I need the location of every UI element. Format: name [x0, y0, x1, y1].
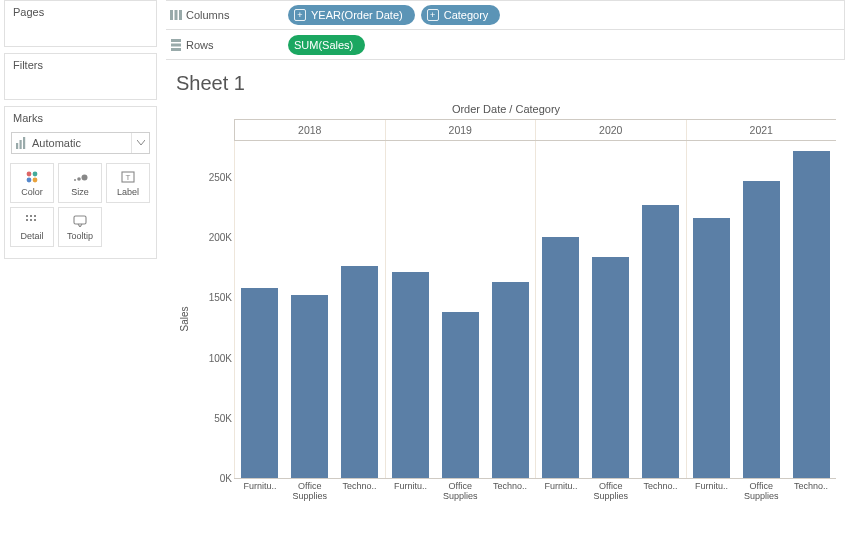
y-tick-label: 250K — [209, 172, 232, 183]
bar-slot — [335, 141, 385, 478]
category-label[interactable]: OfficeSupplies — [586, 479, 636, 507]
color-icon — [25, 169, 39, 185]
chart-frame: Sales 2018201920202021 0K50K100K150K200K… — [176, 119, 836, 529]
y-tick-label: 150K — [209, 292, 232, 303]
bar-slot — [435, 141, 485, 478]
left-panel: Pages Filters Marks Automatic Color — [0, 0, 161, 558]
svg-text:T: T — [126, 173, 131, 182]
y-tick-label: 200K — [209, 232, 232, 243]
y-tick-label: 50K — [214, 412, 232, 423]
plot-region: 2018201920202021 0K50K100K150K200K250K F… — [234, 119, 836, 529]
pill-label: SUM(Sales) — [294, 39, 353, 51]
bar-slot — [485, 141, 535, 478]
marks-tooltip-button[interactable]: Tooltip — [58, 207, 102, 247]
marks-detail-label: Detail — [20, 231, 43, 241]
sheet-title[interactable]: Sheet 1 — [176, 72, 836, 95]
bar[interactable] — [341, 266, 378, 478]
category-label[interactable]: Furnitu.. — [536, 479, 586, 507]
pill-label: Category — [444, 9, 489, 21]
columns-shelf[interactable]: Columns + YEAR(Order Date) + Category — [166, 0, 845, 30]
axis-title-top: Order Date / Category — [176, 103, 836, 115]
marks-tooltip-label: Tooltip — [67, 231, 93, 241]
category-label[interactable]: Techno.. — [786, 479, 836, 507]
pill-category[interactable]: + Category — [421, 5, 501, 25]
svg-rect-15 — [26, 219, 28, 221]
category-labels-row: Furnitu..OfficeSuppliesTechno..Furnitu..… — [234, 479, 836, 507]
bar-slot — [736, 141, 786, 478]
marks-label-label: Label — [117, 187, 139, 197]
year-label-group: Furnitu..OfficeSuppliesTechno.. — [535, 479, 686, 507]
category-label[interactable]: OfficeSupplies — [285, 479, 335, 507]
svg-rect-21 — [179, 10, 182, 20]
pill-label: YEAR(Order Date) — [311, 9, 403, 21]
category-label[interactable]: Furnitu.. — [235, 479, 285, 507]
y-tick-label: 0K — [220, 473, 232, 484]
bar[interactable] — [542, 237, 579, 478]
year-header[interactable]: 2019 — [385, 120, 536, 140]
size-icon — [72, 169, 88, 185]
svg-rect-2 — [23, 137, 25, 149]
y-tick-label: 100K — [209, 352, 232, 363]
svg-rect-23 — [171, 43, 181, 46]
svg-rect-22 — [171, 39, 181, 42]
year-header[interactable]: 2018 — [234, 120, 385, 140]
bar[interactable] — [693, 218, 730, 478]
year-header[interactable]: 2020 — [535, 120, 686, 140]
plot-body[interactable]: 0K50K100K150K200K250K — [234, 141, 836, 479]
bar[interactable] — [442, 312, 479, 478]
marks-color-button[interactable]: Color — [10, 163, 54, 203]
year-label-group: Furnitu..OfficeSuppliesTechno.. — [686, 479, 837, 507]
pill-sum-sales[interactable]: SUM(Sales) — [288, 35, 365, 55]
category-label[interactable]: Furnitu.. — [386, 479, 436, 507]
svg-point-8 — [77, 177, 81, 181]
pages-card: Pages — [4, 0, 157, 47]
plus-icon: + — [427, 9, 439, 21]
svg-point-9 — [82, 175, 88, 181]
filters-card: Filters — [4, 53, 157, 100]
year-header[interactable]: 2021 — [686, 120, 837, 140]
year-column — [535, 141, 686, 478]
bar[interactable] — [241, 288, 278, 478]
marks-size-button[interactable]: Size — [58, 163, 102, 203]
bar[interactable] — [291, 295, 328, 478]
category-label[interactable]: OfficeSupplies — [435, 479, 485, 507]
year-column — [234, 141, 385, 478]
marks-dropdown-label: Automatic — [32, 137, 131, 149]
svg-point-3 — [27, 172, 32, 177]
plus-icon: + — [294, 9, 306, 21]
label-icon: T — [121, 169, 135, 185]
category-label[interactable]: Furnitu.. — [687, 479, 737, 507]
columns-icon — [166, 9, 186, 21]
rows-shelf[interactable]: Rows SUM(Sales) — [166, 30, 845, 60]
bar[interactable] — [793, 151, 830, 478]
marks-label-button[interactable]: T Label — [106, 163, 150, 203]
years-header: 2018201920202021 — [234, 119, 836, 141]
bar-slot — [636, 141, 686, 478]
bar[interactable] — [743, 181, 780, 478]
shelves-area: Columns + YEAR(Order Date) + Category Ro… — [166, 0, 845, 60]
chevron-down-icon — [131, 133, 149, 153]
y-ticks: 0K50K100K150K200K250K — [192, 141, 232, 478]
category-label[interactable]: Techno.. — [335, 479, 385, 507]
bar-slot — [536, 141, 586, 478]
category-label[interactable]: Techno.. — [636, 479, 686, 507]
year-column — [385, 141, 536, 478]
marks-type-dropdown[interactable]: Automatic — [11, 132, 150, 154]
year-column — [686, 141, 837, 478]
bar[interactable] — [642, 205, 679, 478]
marks-size-label: Size — [71, 187, 89, 197]
category-label[interactable]: Techno.. — [485, 479, 535, 507]
pill-year-order-date[interactable]: + YEAR(Order Date) — [288, 5, 415, 25]
bar[interactable] — [492, 282, 529, 478]
bar[interactable] — [392, 272, 429, 478]
bar-slot — [786, 141, 836, 478]
svg-rect-19 — [170, 10, 173, 20]
svg-point-7 — [74, 179, 76, 181]
marks-detail-button[interactable]: Detail — [10, 207, 54, 247]
svg-rect-16 — [30, 219, 32, 221]
marks-color-label: Color — [21, 187, 43, 197]
bar[interactable] — [592, 257, 629, 478]
svg-rect-1 — [20, 140, 22, 149]
category-label[interactable]: OfficeSupplies — [736, 479, 786, 507]
filters-title: Filters — [5, 54, 156, 99]
